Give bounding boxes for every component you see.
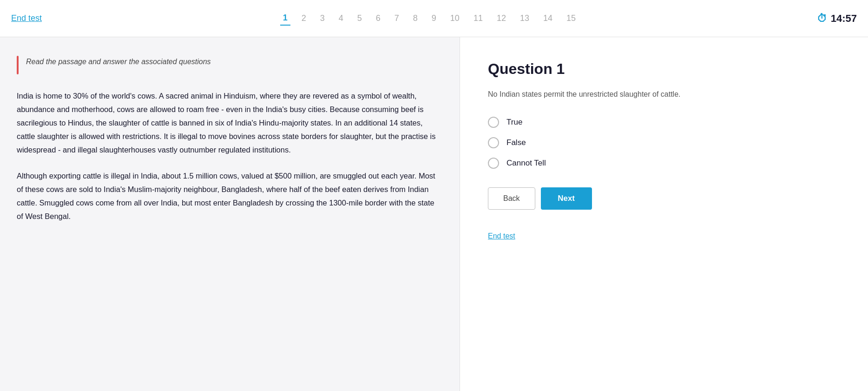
question-nav: 123456789101112131415 [280, 11, 579, 26]
end-test-link-top[interactable]: End test [11, 13, 42, 23]
question-nav-item-3[interactable]: 3 [317, 12, 328, 25]
action-buttons: Back Next [488, 187, 840, 210]
option-label-true: True [506, 118, 522, 127]
question-nav-item-10[interactable]: 10 [447, 12, 462, 25]
option-false[interactable]: False [488, 137, 840, 148]
end-test-link-bottom[interactable]: End test [488, 232, 515, 240]
option-true[interactable]: True [488, 117, 840, 128]
radio-false [488, 137, 499, 148]
question-nav-item-6[interactable]: 6 [373, 12, 383, 25]
passage-text: India is home to 30% of the world's cows… [17, 89, 443, 223]
timer: ⏱ 14:57 [817, 13, 857, 25]
question-nav-item-9[interactable]: 9 [429, 12, 439, 25]
options-list: TrueFalseCannot Tell [488, 117, 840, 169]
option-label-cannot-tell: Cannot Tell [506, 159, 546, 168]
question-title: Question 1 [488, 60, 840, 78]
passage-paragraph-2: Although exporting cattle is illegal in … [17, 169, 443, 223]
instruction-text: Read the passage and answer the associat… [26, 56, 211, 66]
question-nav-item-5[interactable]: 5 [355, 12, 365, 25]
timer-value: 14:57 [831, 13, 857, 25]
question-panel: Question 1 No Indian states permit the u… [460, 37, 868, 391]
timer-icon: ⏱ [817, 13, 827, 25]
radio-cannot-tell [488, 158, 499, 169]
passage-paragraph-1: India is home to 30% of the world's cows… [17, 89, 443, 156]
question-nav-item-13[interactable]: 13 [517, 12, 532, 25]
question-nav-item-14[interactable]: 14 [540, 12, 555, 25]
question-nav-item-8[interactable]: 8 [410, 12, 421, 25]
question-nav-item-7[interactable]: 7 [392, 12, 402, 25]
instruction-bar-decoration [17, 56, 19, 74]
next-button[interactable]: Next [541, 187, 592, 210]
question-body: No Indian states permit the unrestricted… [488, 89, 840, 100]
top-bar: End test 123456789101112131415 ⏱ 14:57 [0, 0, 868, 37]
question-nav-item-2[interactable]: 2 [299, 12, 309, 25]
main-content: Read the passage and answer the associat… [0, 37, 868, 391]
question-nav-item-15[interactable]: 15 [564, 12, 579, 25]
back-button[interactable]: Back [488, 187, 535, 210]
passage-panel: Read the passage and answer the associat… [0, 37, 460, 391]
question-nav-item-1[interactable]: 1 [280, 11, 290, 26]
radio-true [488, 117, 499, 128]
question-nav-item-12[interactable]: 12 [494, 12, 509, 25]
question-nav-item-4[interactable]: 4 [336, 12, 346, 25]
passage-instruction: Read the passage and answer the associat… [17, 56, 443, 74]
question-nav-item-11[interactable]: 11 [471, 12, 486, 25]
option-label-false: False [506, 138, 526, 147]
option-cannot-tell[interactable]: Cannot Tell [488, 158, 840, 169]
